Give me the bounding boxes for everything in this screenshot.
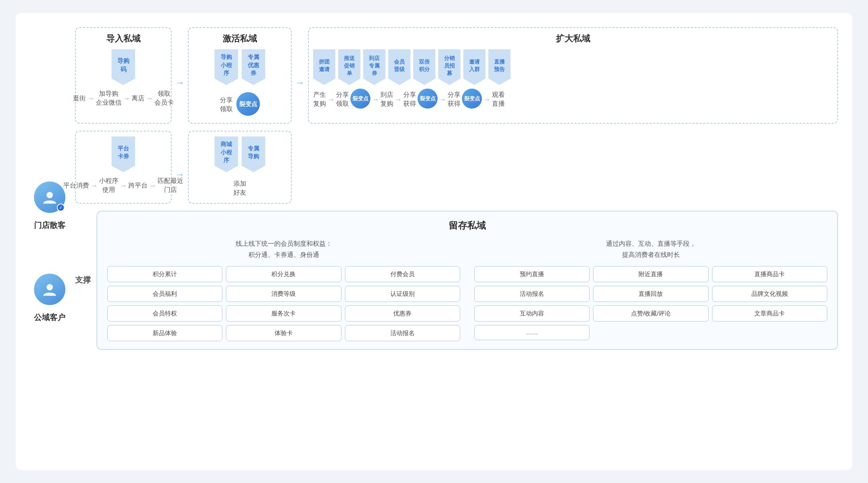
daoru-banner1: 导购码 — [112, 49, 135, 85]
avatar-column: ✓ 门店散客 公域客户 — [30, 27, 69, 456]
tag-fufeihY: 付费会员 — [345, 266, 460, 282]
tag-xptryan: 新品体验 — [107, 325, 222, 341]
jihua2-banners: 商城小程序 专属导购 — [193, 136, 287, 172]
seg-daoru2: 平台卡券 平台消费 → 小程序使用 → 跨平台 → 匹配最近门店 — [75, 131, 172, 204]
tag-fwck: 服务次卡 — [226, 305, 341, 322]
tag-hyfl: 会员福利 — [107, 286, 222, 302]
liucun-right-tags: 预约直播 附近直播 直播商品卡 活动报名 直播回放 品牌文化视频 互动内容 点赞… — [474, 266, 827, 340]
liucun-box: 留存私域 线上线下统一的会员制度和权益：积分通、卡券通、身份通 积分累计 积分兑… — [97, 211, 838, 349]
tag-yhq: 优惠券 — [345, 305, 460, 322]
tag-hytq: 会员特权 — [107, 305, 222, 322]
jihua-banner2: 专属优惠券 — [242, 49, 265, 85]
tag-jifenJH: 积分兑换 — [226, 266, 341, 282]
kuoda-b8: 直播预告 — [488, 49, 511, 85]
daoru-pre-step: 逛街 — [73, 94, 86, 103]
tag-hdbm: 活动报名 — [345, 325, 460, 341]
tag-rzjb: 认证级别 — [345, 286, 460, 302]
daoru2-banners: 平台卡券 — [80, 136, 167, 172]
liucun-content: 线上线下统一的会员制度和权益：积分通、卡券通、身份通 积分累计 积分兑换 付费会… — [107, 238, 827, 341]
public-avatar — [34, 274, 65, 305]
jihua2-banner1: 商城小程序 — [214, 136, 238, 172]
liucun-right-desc: 通过内容、互动、直播等手段，提高消费者在线时长 — [474, 238, 827, 260]
daoru-title: 导入私域 — [80, 33, 167, 44]
tag-hdnr: 互动内容 — [474, 305, 590, 322]
seg-jihua2: 商城小程序 专属导购 添加好友 — [188, 131, 292, 204]
store-label: 门店散客 — [34, 220, 65, 231]
jihua-step3: 分享领取 — [220, 96, 233, 114]
kuoda-banners: 拼团邀请 推送促销单 到店专属券 会员晋级 双倍积分 分销员招募 邀请入群 直播… — [313, 49, 833, 85]
liucun-title: 留存私域 — [107, 219, 827, 232]
public-avatar-block: 公域客户 — [30, 274, 69, 323]
support-label: 支撑 — [75, 275, 91, 285]
liucun-left: 线上线下统一的会员制度和权益：积分通、卡券通、身份通 积分累计 积分兑换 付费会… — [107, 238, 460, 341]
tag-fjzb: 附近直播 — [593, 266, 708, 282]
svg-point-1 — [46, 284, 53, 290]
tag-jifenlj: 积分累计 — [107, 266, 222, 282]
public-label: 公域客户 — [34, 312, 65, 323]
kuoda-b6: 分销员招募 — [438, 49, 460, 85]
daoru-steps: 逛街 → 加导购企业微信 → 离店 → 领取会员卡 — [80, 89, 167, 107]
tag-ppwhsp: 品牌文化视频 — [712, 286, 827, 302]
tag-zbhf: 直播回放 — [593, 286, 708, 302]
content-area: 导入私域 导购码 逛街 → 加导购企业微信 → 离店 → 领取会员卡 — [75, 27, 838, 456]
liebian-1: 裂变点 — [236, 92, 260, 116]
tag-xfeq: 消费等级 — [226, 286, 341, 302]
arrow-jihua-kuoda: → — [295, 77, 305, 88]
tag-ellipsis: …… — [474, 325, 590, 340]
store-avatar: ✓ — [34, 181, 65, 213]
seg-jihua: 激活私域 导购小程序 专属优惠券 分享领取 裂变点 — [188, 27, 292, 124]
seg-kuoda: 扩大私域 拼团邀请 推送促销单 到店专属券 会员晋级 双倍积分 分销员招募 邀请… — [308, 27, 838, 124]
kuoda-b5: 双倍积分 — [413, 49, 435, 85]
daoru-step1: 加导购企业微信 — [96, 89, 122, 107]
kuoda-b1: 拼团邀请 — [313, 49, 335, 85]
liebian-2: 裂变点 — [350, 89, 370, 109]
jihua2-banner2: 专属导购 — [242, 136, 265, 172]
daoru-step2: 离店 — [132, 94, 144, 103]
store-badge: ✓ — [57, 204, 65, 211]
tag-yyzb: 预约直播 — [474, 266, 590, 282]
daoru2-banner1: 平台卡券 — [112, 136, 135, 172]
tag-zbspk: 直播商品卡 — [712, 266, 827, 282]
tag-wzspk: 文章商品卡 — [712, 305, 827, 322]
arrow-daoru-jihua: → — [175, 77, 184, 88]
jihua-banners: 导购小程序 专属优惠券 — [193, 49, 287, 85]
liucun-right: 通过内容、互动、直播等手段，提高消费者在线时长 预约直播 附近直播 直播商品卡 … — [474, 238, 827, 341]
seg-daoru: 导入私域 导购码 逛街 → 加导购企业微信 → 离店 → 领取会员卡 — [75, 27, 172, 124]
kuoda-b3: 到店专属券 — [363, 49, 385, 85]
lower-kuoda-placeholder — [295, 131, 838, 204]
liucun-left-desc: 线上线下统一的会员制度和权益：积分通、卡券通、身份通 — [107, 238, 460, 260]
tag-dz: 点赞/收藏/评论 — [593, 305, 708, 322]
liebian-4: 裂变点 — [462, 89, 482, 109]
svg-point-0 — [46, 192, 53, 198]
kuoda-title: 扩大私域 — [313, 33, 833, 44]
kuoda-b7: 邀请入群 — [463, 49, 485, 85]
jihua-title: 激活私域 — [193, 33, 287, 44]
tag-hdbm2: 活动报名 — [474, 286, 590, 302]
arrow-lower-1: → — [175, 169, 184, 180]
daoru2-steps: 平台消费 → 小程序使用 → 跨平台 → 匹配最近门店 — [80, 176, 167, 194]
liucun-left-tags: 积分累计 积分兑换 付费会员 会员福利 消费等级 认证级别 会员特权 服务次卡 … — [107, 266, 460, 341]
kuoda-b4: 会员晋级 — [388, 49, 410, 85]
kuoda-b2: 推送促销单 — [338, 49, 360, 85]
daoru-step3: 领取会员卡 — [154, 89, 174, 107]
tag-tyk: 体验卡 — [226, 325, 341, 341]
liebian-3: 裂变点 — [418, 89, 438, 109]
daoru-banners: 导购码 — [80, 49, 167, 85]
jihua-banner1: 导购小程序 — [214, 49, 238, 85]
